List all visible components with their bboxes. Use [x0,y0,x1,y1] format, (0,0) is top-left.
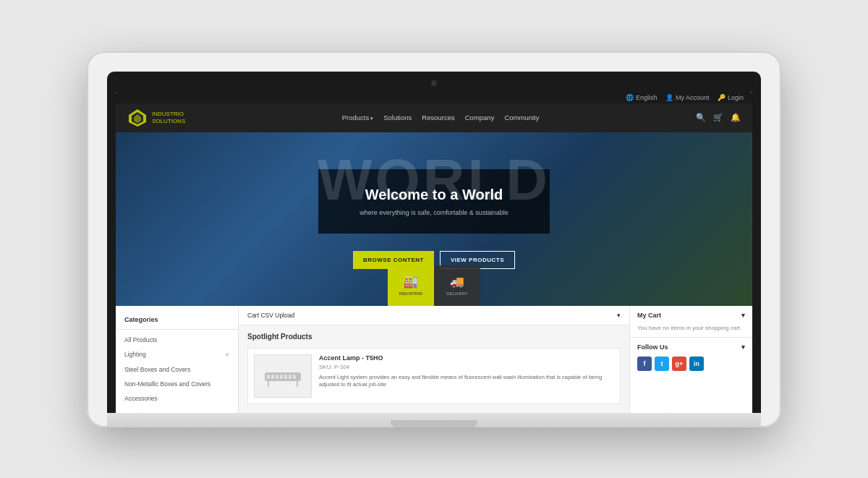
svg-rect-10 [293,375,296,379]
site-header: INDUSTRIO SOLUTIONS Products Solutions R… [116,103,752,132]
logo-text: INDUSTRIO SOLUTIONS [152,111,185,124]
categories-sidebar: Categories All Products Lighting + Steel… [116,306,239,413]
delivery-tab-icon: 🚚 [450,275,464,289]
tab-delivery[interactable]: 🚚 DELIVERY [434,265,480,306]
language-selector[interactable]: 🌐 English [626,94,657,101]
my-account-link[interactable]: 👤 My Account [665,94,709,101]
center-content: Cart CSV Upload ▾ Spotlight Products [239,306,629,413]
follow-section: Follow Us ▾ f t g+ in [630,338,752,377]
nav-community[interactable]: Community [504,114,539,121]
nav-products[interactable]: Products [342,114,373,121]
industrio-tab-label: INDUSTRIO [399,291,423,296]
cart-empty-message: You have no items in your shopping cart. [637,325,745,331]
laptop-screen: 🌐 English 👤 My Account 🔑 Login IND [116,92,752,413]
linkedin-icon[interactable]: in [689,357,704,371]
screen-bezel: 🌐 English 👤 My Account 🔑 Login IND [107,72,761,413]
categories-title: Categories [116,313,238,330]
main-nav: Products Solutions Resources Company Com… [342,114,540,121]
cart-icon[interactable]: 🛒 [713,113,723,122]
svg-rect-9 [289,375,292,379]
nav-resources[interactable]: Resources [422,114,454,121]
cart-header: My Cart ▾ [637,312,745,319]
hero-section: WORLD Welcome to a World where everythin… [116,132,752,306]
social-icons: f t g+ in [637,357,745,371]
svg-rect-5 [271,375,274,379]
right-sidebar: My Cart ▾ You have no items in your shop… [629,306,752,413]
csv-dropdown-icon[interactable]: ▾ [617,312,621,319]
product-info: Accent Lamp - T5HO SKU: P-104 Accent Lig… [319,354,614,398]
google-plus-icon[interactable]: g+ [672,357,686,371]
follow-title: Follow Us [637,343,668,351]
product-card[interactable]: Accent Lamp - T5HO SKU: P-104 Accent Lig… [247,348,621,404]
login-link[interactable]: 🔑 Login [718,94,744,101]
cart-dropdown-icon[interactable]: ▾ [741,312,745,319]
sidebar-item-all-products[interactable]: All Products [116,333,238,347]
lighting-expand-icon[interactable]: + [225,351,229,359]
twitter-icon[interactable]: t [655,357,669,371]
svg-rect-4 [267,375,270,379]
svg-rect-8 [284,375,287,379]
nav-solutions[interactable]: Solutions [383,114,412,121]
logo-icon [127,108,148,128]
product-sku: SKU: P-104 [319,364,614,370]
sidebar-item-lighting[interactable]: Lighting + [116,347,238,362]
follow-dropdown-icon[interactable]: ▾ [741,343,745,351]
svg-rect-7 [280,375,283,379]
header-icons: 🔍 🛒 🔔 [696,113,741,122]
search-icon[interactable]: 🔍 [696,113,706,122]
hero-tabs: 🏭 INDUSTRIO 🚚 DELIVERY [388,265,480,306]
sidebar-item-steel-boxes[interactable]: Steel Boxes and Covers [116,362,238,377]
product-image [254,354,312,398]
follow-header: Follow Us ▾ [637,343,745,351]
logo-area: INDUSTRIO SOLUTIONS [127,108,185,128]
delivery-tab-label: DELIVERY [446,291,468,296]
sidebar-item-non-metallic[interactable]: Non-Metallic Boxes and Covers [116,377,238,391]
cart-section: My Cart ▾ You have no items in your shop… [630,306,752,338]
camera [431,80,437,86]
cart-title: My Cart [637,312,661,319]
csv-upload-bar[interactable]: Cart CSV Upload ▾ [239,306,629,325]
laptop-frame: 🌐 English 👤 My Account 🔑 Login IND [87,51,781,427]
svg-rect-6 [276,375,278,379]
facebook-icon[interactable]: f [637,357,652,371]
sidebar-item-accessories[interactable]: Accessories [116,391,238,406]
main-content: Categories All Products Lighting + Steel… [116,306,752,413]
industrio-tab-icon: 🏭 [404,275,418,289]
site-topbar: 🌐 English 👤 My Account 🔑 Login [116,92,752,103]
product-description: Accent Light system provides an easy and… [319,374,614,389]
hero-bg-text: WORLD [318,147,550,213]
notifications-icon[interactable]: 🔔 [731,113,741,122]
spotlight-title: Spotlight Products [247,333,621,341]
nav-company[interactable]: Company [465,114,495,121]
spotlight-section: Spotlight Products [239,325,629,411]
tab-industrio[interactable]: 🏭 INDUSTRIO [388,265,434,306]
csv-upload-label: Cart CSV Upload [247,312,294,319]
product-name: Accent Lamp - T5HO [319,354,614,362]
laptop-base [107,413,761,427]
